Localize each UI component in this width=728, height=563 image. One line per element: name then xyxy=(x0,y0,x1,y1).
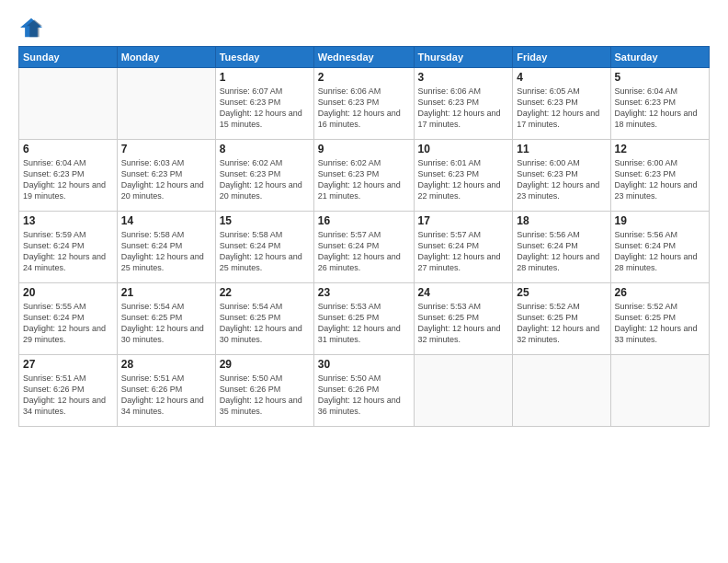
day-detail: Sunrise: 5:55 AM Sunset: 6:24 PM Dayligh… xyxy=(23,301,113,346)
day-detail: Sunrise: 6:04 AM Sunset: 6:23 PM Dayligh… xyxy=(23,157,113,202)
calendar-header-wednesday: Wednesday xyxy=(313,47,414,68)
calendar-header-row: SundayMondayTuesdayWednesdayThursdayFrid… xyxy=(19,47,710,68)
calendar-cell: 1Sunrise: 6:07 AM Sunset: 6:23 PM Daylig… xyxy=(215,68,313,140)
calendar-cell: 23Sunrise: 5:53 AM Sunset: 6:25 PM Dayli… xyxy=(313,283,414,355)
day-detail: Sunrise: 6:06 AM Sunset: 6:23 PM Dayligh… xyxy=(318,86,410,131)
calendar-cell: 16Sunrise: 5:57 AM Sunset: 6:24 PM Dayli… xyxy=(313,212,414,283)
calendar-cell: 5Sunrise: 6:04 AM Sunset: 6:23 PM Daylig… xyxy=(610,68,709,140)
calendar-cell: 19Sunrise: 5:56 AM Sunset: 6:24 PM Dayli… xyxy=(610,212,709,283)
calendar-cell: 17Sunrise: 5:57 AM Sunset: 6:24 PM Dayli… xyxy=(414,212,513,283)
day-number: 7 xyxy=(121,143,211,155)
day-number: 2 xyxy=(318,71,410,84)
calendar-cell: 24Sunrise: 5:53 AM Sunset: 6:25 PM Dayli… xyxy=(414,283,513,355)
day-detail: Sunrise: 6:00 AM Sunset: 6:23 PM Dayligh… xyxy=(517,157,606,202)
day-detail: Sunrise: 5:56 AM Sunset: 6:24 PM Dayligh… xyxy=(615,229,705,274)
calendar-cell: 30Sunrise: 5:50 AM Sunset: 6:26 PM Dayli… xyxy=(313,355,414,427)
day-number: 29 xyxy=(220,358,310,371)
calendar-cell: 10Sunrise: 6:01 AM Sunset: 6:23 PM Dayli… xyxy=(414,140,513,212)
day-detail: Sunrise: 5:52 AM Sunset: 6:25 PM Dayligh… xyxy=(615,301,705,346)
calendar-cell: 8Sunrise: 6:02 AM Sunset: 6:23 PM Daylig… xyxy=(215,140,313,212)
day-detail: Sunrise: 5:57 AM Sunset: 6:24 PM Dayligh… xyxy=(318,229,410,274)
day-number: 30 xyxy=(318,358,410,371)
calendar-cell: 14Sunrise: 5:58 AM Sunset: 6:24 PM Dayli… xyxy=(117,212,215,283)
calendar-week-1: 1Sunrise: 6:07 AM Sunset: 6:23 PM Daylig… xyxy=(19,68,710,140)
calendar-header-friday: Friday xyxy=(513,47,610,68)
calendar-week-3: 13Sunrise: 5:59 AM Sunset: 6:24 PM Dayli… xyxy=(19,212,710,283)
day-detail: Sunrise: 5:56 AM Sunset: 6:24 PM Dayligh… xyxy=(517,229,606,274)
calendar-cell xyxy=(19,68,118,140)
calendar-cell: 12Sunrise: 6:00 AM Sunset: 6:23 PM Dayli… xyxy=(610,140,709,212)
day-detail: Sunrise: 6:01 AM Sunset: 6:23 PM Dayligh… xyxy=(418,157,509,202)
day-detail: Sunrise: 5:59 AM Sunset: 6:24 PM Dayligh… xyxy=(23,229,113,274)
day-detail: Sunrise: 6:02 AM Sunset: 6:23 PM Dayligh… xyxy=(220,157,310,202)
calendar-cell: 29Sunrise: 5:50 AM Sunset: 6:26 PM Dayli… xyxy=(215,355,313,427)
calendar-table: SundayMondayTuesdayWednesdayThursdayFrid… xyxy=(18,46,710,427)
day-number: 6 xyxy=(23,143,113,155)
day-detail: Sunrise: 5:53 AM Sunset: 6:25 PM Dayligh… xyxy=(318,301,410,346)
calendar-cell xyxy=(117,68,215,140)
calendar-cell: 9Sunrise: 6:02 AM Sunset: 6:23 PM Daylig… xyxy=(313,140,414,212)
day-number: 28 xyxy=(121,358,211,371)
day-number: 27 xyxy=(23,358,113,371)
calendar-week-5: 27Sunrise: 5:51 AM Sunset: 6:26 PM Dayli… xyxy=(19,355,710,427)
day-detail: Sunrise: 5:51 AM Sunset: 6:26 PM Dayligh… xyxy=(121,373,211,418)
day-number: 1 xyxy=(220,71,310,84)
day-number: 5 xyxy=(615,71,705,84)
calendar-cell: 2Sunrise: 6:06 AM Sunset: 6:23 PM Daylig… xyxy=(313,68,414,140)
calendar-cell: 6Sunrise: 6:04 AM Sunset: 6:23 PM Daylig… xyxy=(19,140,118,212)
day-number: 19 xyxy=(615,214,705,227)
calendar-header-thursday: Thursday xyxy=(414,47,513,68)
logo-icon xyxy=(18,17,44,39)
day-detail: Sunrise: 6:00 AM Sunset: 6:23 PM Dayligh… xyxy=(615,157,705,202)
calendar-cell: 7Sunrise: 6:03 AM Sunset: 6:23 PM Daylig… xyxy=(117,140,215,212)
day-number: 10 xyxy=(418,143,509,155)
calendar-header-tuesday: Tuesday xyxy=(215,47,313,68)
day-detail: Sunrise: 6:02 AM Sunset: 6:23 PM Dayligh… xyxy=(318,157,410,202)
day-number: 15 xyxy=(220,214,310,227)
calendar-cell xyxy=(513,355,610,427)
day-number: 17 xyxy=(418,214,509,227)
day-detail: Sunrise: 6:06 AM Sunset: 6:23 PM Dayligh… xyxy=(418,86,509,131)
calendar-cell xyxy=(610,355,709,427)
calendar-header-saturday: Saturday xyxy=(610,47,709,68)
day-detail: Sunrise: 5:50 AM Sunset: 6:26 PM Dayligh… xyxy=(220,373,310,418)
day-detail: Sunrise: 5:52 AM Sunset: 6:25 PM Dayligh… xyxy=(517,301,606,346)
day-detail: Sunrise: 6:03 AM Sunset: 6:23 PM Dayligh… xyxy=(121,157,211,202)
day-detail: Sunrise: 5:54 AM Sunset: 6:25 PM Dayligh… xyxy=(121,301,211,346)
day-number: 24 xyxy=(418,286,509,299)
calendar-cell: 25Sunrise: 5:52 AM Sunset: 6:25 PM Dayli… xyxy=(513,283,610,355)
calendar-cell xyxy=(414,355,513,427)
day-detail: Sunrise: 5:50 AM Sunset: 6:26 PM Dayligh… xyxy=(318,373,410,418)
calendar-cell: 13Sunrise: 5:59 AM Sunset: 6:24 PM Dayli… xyxy=(19,212,118,283)
day-number: 12 xyxy=(615,143,705,155)
day-detail: Sunrise: 5:51 AM Sunset: 6:26 PM Dayligh… xyxy=(23,373,113,418)
day-number: 16 xyxy=(318,214,410,227)
day-detail: Sunrise: 5:57 AM Sunset: 6:24 PM Dayligh… xyxy=(418,229,509,274)
calendar-header-sunday: Sunday xyxy=(19,47,118,68)
day-number: 23 xyxy=(318,286,410,299)
calendar-cell: 15Sunrise: 5:58 AM Sunset: 6:24 PM Dayli… xyxy=(215,212,313,283)
calendar-cell: 28Sunrise: 5:51 AM Sunset: 6:26 PM Dayli… xyxy=(117,355,215,427)
calendar-header-monday: Monday xyxy=(117,47,215,68)
calendar-cell: 26Sunrise: 5:52 AM Sunset: 6:25 PM Dayli… xyxy=(610,283,709,355)
day-detail: Sunrise: 5:53 AM Sunset: 6:25 PM Dayligh… xyxy=(418,301,509,346)
calendar-cell: 20Sunrise: 5:55 AM Sunset: 6:24 PM Dayli… xyxy=(19,283,118,355)
calendar-cell: 11Sunrise: 6:00 AM Sunset: 6:23 PM Dayli… xyxy=(513,140,610,212)
calendar-week-4: 20Sunrise: 5:55 AM Sunset: 6:24 PM Dayli… xyxy=(19,283,710,355)
day-detail: Sunrise: 6:07 AM Sunset: 6:23 PM Dayligh… xyxy=(220,86,310,131)
day-number: 3 xyxy=(418,71,509,84)
day-detail: Sunrise: 5:54 AM Sunset: 6:25 PM Dayligh… xyxy=(220,301,310,346)
day-number: 25 xyxy=(517,286,606,299)
day-detail: Sunrise: 6:04 AM Sunset: 6:23 PM Dayligh… xyxy=(615,86,705,131)
day-number: 26 xyxy=(615,286,705,299)
day-number: 20 xyxy=(23,286,113,299)
day-number: 22 xyxy=(220,286,310,299)
day-number: 14 xyxy=(121,214,211,227)
header xyxy=(18,17,710,39)
calendar-body: 1Sunrise: 6:07 AM Sunset: 6:23 PM Daylig… xyxy=(19,68,710,427)
calendar-cell: 4Sunrise: 6:05 AM Sunset: 6:23 PM Daylig… xyxy=(513,68,610,140)
page: SundayMondayTuesdayWednesdayThursdayFrid… xyxy=(0,0,728,563)
day-detail: Sunrise: 5:58 AM Sunset: 6:24 PM Dayligh… xyxy=(121,229,211,274)
calendar-cell: 27Sunrise: 5:51 AM Sunset: 6:26 PM Dayli… xyxy=(19,355,118,427)
calendar-cell: 22Sunrise: 5:54 AM Sunset: 6:25 PM Dayli… xyxy=(215,283,313,355)
